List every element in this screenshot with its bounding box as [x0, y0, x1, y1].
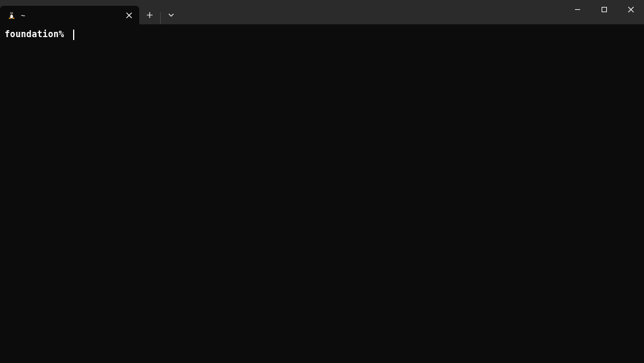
- close-icon: [628, 6, 634, 13]
- svg-point-5: [11, 13, 12, 13]
- svg-point-2: [10, 15, 13, 19]
- shell-prompt: foundation%: [5, 29, 70, 41]
- minimize-button[interactable]: [564, 0, 591, 19]
- svg-point-8: [12, 18, 15, 19]
- tux-icon: [7, 10, 16, 20]
- svg-rect-9: [602, 7, 606, 12]
- new-tab-button[interactable]: [139, 6, 160, 24]
- svg-point-6: [12, 13, 13, 13]
- window-close-button[interactable]: [617, 0, 644, 19]
- tab-active[interactable]: ~: [0, 6, 139, 24]
- minimize-icon: [574, 6, 581, 13]
- cursor: [73, 30, 74, 40]
- svg-point-7: [9, 18, 11, 19]
- terminal-body[interactable]: foundation%: [0, 24, 644, 363]
- plus-icon: [146, 12, 153, 19]
- top-edge: [0, 0, 644, 1]
- tab-dropdown-button[interactable]: [161, 6, 182, 24]
- close-icon: [126, 12, 132, 19]
- maximize-button[interactable]: [591, 0, 617, 19]
- tab-actions: [139, 6, 182, 24]
- tab-close-button[interactable]: [123, 9, 135, 21]
- window-controls: [564, 0, 644, 24]
- terminal-line: foundation%: [5, 29, 639, 41]
- chevron-down-icon: [168, 13, 174, 17]
- maximize-icon: [601, 6, 607, 13]
- titlebar: ~: [0, 0, 644, 24]
- tab-title: ~: [21, 11, 118, 20]
- tabs-area: ~: [0, 0, 564, 24]
